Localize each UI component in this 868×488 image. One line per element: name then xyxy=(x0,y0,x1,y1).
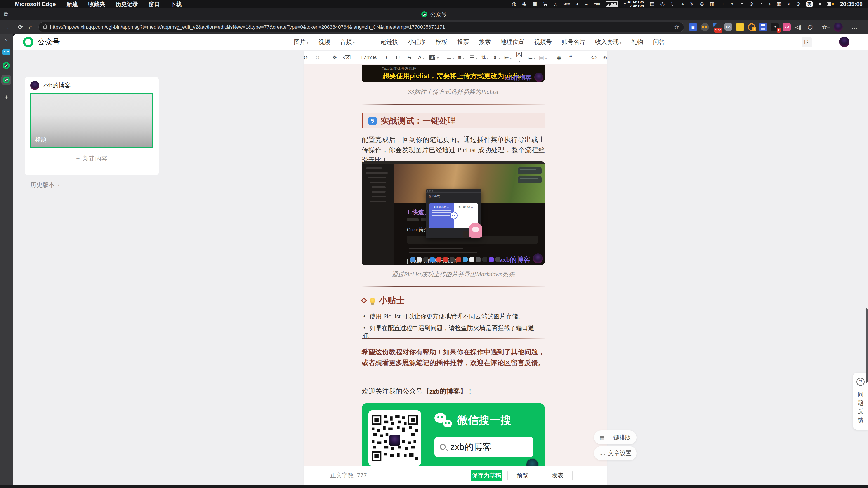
favorites-bar-icon[interactable]: ☆≡ xyxy=(822,23,830,31)
url-text[interactable]: https://mp.weixin.qq.com/cgi-bin/appmsg?… xyxy=(50,24,671,30)
ext-floppy-icon[interactable] xyxy=(759,23,767,31)
active-tab[interactable]: 公众号 xyxy=(0,11,868,18)
ext-flag-icon[interactable]: 1.80 xyxy=(712,23,721,31)
nav-miniprogram[interactable]: 小程序 xyxy=(408,38,426,46)
letter-spacing-button[interactable]: |A| xyxy=(516,51,522,64)
pallet-icon[interactable]: ◉ xyxy=(522,0,526,8)
redo-icon[interactable]: ↻ xyxy=(314,55,320,61)
clear-format-icon[interactable]: ⌫ xyxy=(343,55,349,61)
spotlight-search-icon[interactable]: ● xyxy=(818,0,822,8)
emoji-button[interactable]: ☺ xyxy=(602,55,608,61)
table-button[interactable]: ▦ xyxy=(556,55,562,61)
new-content-button[interactable]: + 新建内容 xyxy=(25,148,159,169)
undo-icon[interactable]: ↺ xyxy=(303,55,309,61)
ext-cat-icon[interactable] xyxy=(736,23,744,31)
mp-weixin-workspace-icon[interactable] xyxy=(3,62,10,69)
active-workspace-tile[interactable] xyxy=(1,75,11,85)
strikethrough-button[interactable]: S xyxy=(406,55,412,61)
cpu-stat-label[interactable]: CPU xyxy=(594,3,600,6)
history-versions-toggle[interactable]: 历史版本 ˅ xyxy=(30,181,60,189)
wechat-status-icon[interactable]: ◒ xyxy=(585,0,588,8)
align-right-button[interactable]: ☰ xyxy=(470,55,475,61)
input-method-badge[interactable]: 美 xyxy=(806,1,813,7)
font-color-button[interactable]: A xyxy=(418,55,424,61)
nav-template[interactable]: 模板 xyxy=(436,38,447,46)
sidebar-collapse-icon[interactable]: ˅ xyxy=(5,37,8,43)
contrast-icon[interactable]: ◑ xyxy=(681,0,684,8)
magnet-icon[interactable]: ◎ xyxy=(660,0,664,8)
indent-button[interactable]: ⇤ xyxy=(504,55,510,61)
preview-button[interactable]: 预览 xyxy=(507,470,537,482)
list-button[interactable]: ≔ xyxy=(527,55,533,61)
nav-more-icon[interactable]: ⋯ xyxy=(675,38,681,45)
add-workspace-button[interactable]: + xyxy=(4,93,8,101)
nav-audio[interactable]: 音频 xyxy=(340,38,355,46)
refresh-button[interactable]: ⟳ xyxy=(18,24,23,31)
menu-new[interactable]: 新建 xyxy=(67,0,78,8)
moon-icon[interactable]: ☾ xyxy=(671,0,675,8)
extensions-puzzle-icon[interactable]: ⬡ xyxy=(806,23,814,31)
mic-icon[interactable]: ⊘ xyxy=(749,0,753,8)
browser-menu-icon[interactable]: … xyxy=(851,24,858,31)
ext-translate-icon[interactable]: 文A xyxy=(782,23,791,31)
menu-window[interactable]: 窗口 xyxy=(149,0,160,8)
menu-history[interactable]: 历史记录 xyxy=(116,0,138,8)
control-center-icon[interactable] xyxy=(827,2,834,6)
active-app-name[interactable]: Microsoft Edge xyxy=(15,1,56,7)
nav-image[interactable]: 图片 xyxy=(294,38,309,46)
page-scrollbar-thumb[interactable] xyxy=(866,308,868,383)
article-settings-button[interactable]: ⌄⌄ 文章设置 xyxy=(594,446,637,460)
gpu-icon[interactable]: ▣ xyxy=(532,0,537,8)
align-center-button[interactable]: ≡ xyxy=(458,55,464,61)
underline-button[interactable]: U xyxy=(395,55,401,61)
one-click-format-button[interactable]: ▤ 一键排版 xyxy=(594,430,637,445)
article-cover-thumb[interactable]: 标题 xyxy=(30,93,153,148)
mouse-icon[interactable]: ⌘ xyxy=(543,0,548,8)
mem-pie-icon[interactable]: ◐ xyxy=(576,0,579,8)
ext-timer-icon[interactable]: 1 xyxy=(748,23,755,31)
paragraph-spacing-button[interactable]: ⇅ xyxy=(481,55,487,61)
obs-icon[interactable]: ◍ xyxy=(512,0,516,8)
nav-location[interactable]: 地理位置 xyxy=(501,38,524,46)
horizontal-rule-button[interactable]: — xyxy=(579,55,585,61)
ext-toggle-icon[interactable]: 2 xyxy=(771,23,779,31)
address-bar[interactable]: https://mp.weixin.qq.com/cgi-bin/appmsg?… xyxy=(38,22,684,32)
export-doc-button[interactable]: ⎘ xyxy=(802,37,812,47)
blockquote-button[interactable]: ❝ xyxy=(567,55,574,61)
nav-account-card[interactable]: 账号名片 xyxy=(562,38,585,46)
bold-button[interactable]: B xyxy=(372,55,378,61)
nav-video[interactable]: 视频 xyxy=(318,38,330,46)
nav-monetize[interactable]: 收入变现 xyxy=(595,38,622,46)
mem-stat-label[interactable]: MEM xyxy=(563,3,570,6)
bilibili-workspace-icon[interactable] xyxy=(2,49,10,55)
highlight-button[interactable]: ab xyxy=(430,55,435,60)
book-icon[interactable]: ▤ xyxy=(650,0,654,8)
ext-doc-lock-icon[interactable]: ▣ xyxy=(689,23,697,31)
ext-speaker-icon[interactable]: ◁) xyxy=(794,23,802,31)
grid-icon[interactable]: ▥ xyxy=(710,0,715,8)
ethernet-icon[interactable]: ▦ xyxy=(777,0,781,8)
article-editor-body[interactable]: Coze智能体开发流程 想要使用piclist，需要将上传方式更改为piclis… xyxy=(304,64,607,466)
gongzhonghao-logo[interactable] xyxy=(23,37,33,47)
account-avatar[interactable] xyxy=(839,37,849,47)
volume-icon[interactable]: ⊙ xyxy=(796,0,800,8)
ext-goggles-icon[interactable] xyxy=(701,23,709,31)
back-button[interactable]: ← xyxy=(6,24,12,31)
menu-downloads[interactable]: 下载 xyxy=(170,0,182,8)
article-image-piclist-result[interactable]: 1.快速入门 Coze简介 | Coze 智能体开发流程 输出格式 好的输出格式… xyxy=(362,161,545,265)
music-icon[interactable]: ♫ xyxy=(554,0,558,8)
wechat-qr-card[interactable]: 微信搜一搜 zxb的博客 xyxy=(362,403,545,466)
network-speed-widget[interactable]: ▲▼ 41.6KB/s7.4KB/s xyxy=(624,0,644,8)
menu-favorites[interactable]: 收藏夹 xyxy=(88,0,105,8)
article-image-s3-plugin[interactable]: Coze智能体开发流程 想要使用piclist，需要将上传方式更改为piclis… xyxy=(362,65,545,82)
note-icon[interactable]: ♪ xyxy=(768,0,771,8)
wave-icon[interactable]: ≋ xyxy=(720,0,724,8)
nav-qa[interactable]: 问答 xyxy=(653,38,665,46)
save-draft-button[interactable]: 保存为草稿 xyxy=(471,470,502,482)
align-left-button[interactable]: ≣ xyxy=(447,55,453,61)
nav-gift[interactable]: 礼物 xyxy=(631,38,643,46)
format-painter-icon[interactable]: ❖ xyxy=(332,55,338,61)
bookmark-star-icon[interactable]: ☆ xyxy=(674,24,679,31)
half-icon[interactable]: ◓ xyxy=(741,0,743,8)
nav-vote[interactable]: 投票 xyxy=(457,38,469,46)
